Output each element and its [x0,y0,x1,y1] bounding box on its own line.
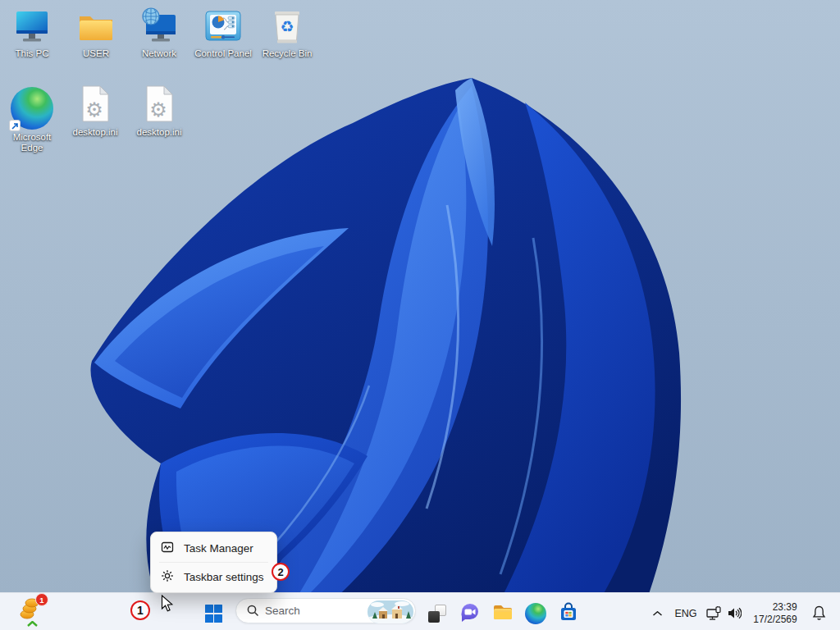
folder-icon [65,5,127,46]
pinned-app-button[interactable]: 1 [18,594,48,627]
desktop-icon-label: This PC [1,48,63,59]
mouse-cursor [161,595,174,616]
language-label: ENG [674,608,696,619]
desktop-icon-label: USER [65,48,127,59]
start-button[interactable] [197,597,230,630]
notification-badge: 1 [35,593,48,606]
desktop-icon-user-folder[interactable]: USER [65,5,127,59]
desktop-icon-label: desktop.ini [128,127,190,138]
task-view-icon [428,605,446,623]
tray-overflow-button[interactable] [645,597,669,630]
clock[interactable]: 23:39 17/2/2569 [746,597,804,630]
taskbar-context-menu: Task Manager Taskbar settings [150,532,277,593]
search-icon [247,605,259,617]
start-icon [205,605,222,622]
taskbar: ENG 23:39 17/2/2569 [0,592,840,630]
this-pc-icon [1,5,63,46]
desktop-icon-control-panel[interactable]: Control Panel [192,5,254,59]
chevron-up-icon [653,611,662,616]
control-panel-icon [192,5,254,46]
annotation-circle-2: 2 [272,563,290,581]
tray-time: 23:39 [753,601,797,614]
edge-icon [525,603,546,624]
notification-button[interactable] [806,597,832,630]
network-icon [706,606,722,621]
recycle-bin-icon: ♻ [256,5,318,46]
windows-desktop: { "desktop": { "icons": [ { "label": "Th… [0,0,840,630]
file-explorer-icon [492,601,514,626]
desktop-icon-label: Control Panel [192,48,254,59]
desktop-icon-label: Microsoft Edge [1,132,63,153]
desktop-icon-label: Recycle Bin [256,48,318,59]
menu-item-label: Taskbar settings [184,571,264,583]
file-explorer-button[interactable] [486,597,519,630]
desktop-icon-desktop-ini-2[interactable]: ⚙ desktop.ini [128,84,190,138]
desktop-icon-recycle-bin[interactable]: ♻ Recycle Bin [256,5,318,59]
language-indicator[interactable]: ENG [671,597,701,630]
chat-button[interactable] [454,597,486,630]
taskbar-center-group [197,593,230,630]
notification-bell-icon [812,605,826,621]
taskbar-search[interactable] [235,598,416,623]
green-chevron-up-icon [27,621,38,627]
desktop-icon-microsoft-edge[interactable]: Microsoft Edge [1,82,63,153]
ini-file-icon: ⚙ [64,84,126,125]
menu-item-task-manager[interactable]: Task Manager [154,536,273,560]
annotation-number: 2 [277,566,283,578]
ini-file-icon: ⚙ [128,84,190,125]
network-icon [128,5,190,46]
system-tray: ENG 23:39 17/2/2569 [645,593,832,630]
edge-icon [1,82,63,130]
network-volume-button[interactable] [702,597,745,630]
chat-icon [459,601,481,626]
search-highlight-image[interactable] [368,600,413,627]
microsoft-store-icon [558,601,579,626]
menu-item-taskbar-settings[interactable]: Taskbar settings [154,564,273,589]
task-manager-icon [161,541,174,556]
desktop-icon-label: Network [128,48,190,59]
microsoft-store-button[interactable] [552,597,585,630]
search-input[interactable] [265,605,359,617]
desktop-icon-network[interactable]: Network [128,5,190,59]
tray-date: 17/2/2569 [753,614,797,626]
desktop-icon-label: desktop.ini [64,127,126,138]
desktop-icon-this-pc[interactable]: This PC [1,5,63,59]
menu-separator [159,562,268,563]
annotation-circle-1: 1 [130,600,150,620]
task-view-button[interactable] [421,597,454,630]
volume-icon [728,607,742,619]
shortcut-arrow-icon [9,120,21,131]
gear-icon [161,569,174,585]
annotation-number: 1 [137,604,144,617]
taskbar-app-icons [421,593,585,630]
svg-text:♻: ♻ [280,17,294,35]
svg-text:⚙: ⚙ [85,98,103,121]
edge-button[interactable] [519,597,552,630]
desktop-icon-desktop-ini-1[interactable]: ⚙ desktop.ini [64,84,126,138]
menu-item-label: Task Manager [184,542,253,555]
svg-text:⚙: ⚙ [149,98,167,121]
